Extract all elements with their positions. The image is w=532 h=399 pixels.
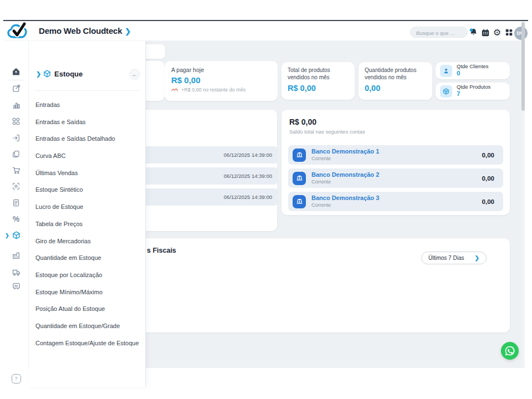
row-timestamp: 06/12/2025 14:39:00 — [224, 194, 272, 200]
hidden-card-sliver-top — [143, 44, 165, 59]
row-timestamp: 06/12/2025 14:39:00 — [224, 152, 272, 158]
user-avatar[interactable]: DW — [514, 27, 528, 40]
menu-item-quantidade-em-estoque[interactable]: Quantidade em Estoque — [35, 249, 141, 267]
scan-focus-icon[interactable] — [11, 181, 21, 191]
person-icon — [440, 65, 452, 77]
chevron-right-icon: ❯ — [125, 27, 131, 35]
card-qtd-vendidos: Quantidade produtos vendidos no mês 0,00 — [359, 62, 432, 100]
menu-item-contagem-ajuste-de-estoque[interactable]: Contagem Estoque/Ajuste de Estoque — [35, 335, 141, 352]
bank-account-type: Corrente — [311, 202, 379, 208]
apps-grid-icon[interactable] — [504, 28, 514, 37]
bank-account-type: Corrente — [311, 179, 379, 185]
menu-item-estoque-sintetico[interactable]: Estoque Sintético — [35, 181, 141, 198]
global-search[interactable] — [410, 27, 468, 38]
bank-icon — [293, 149, 306, 162]
rail-divider — [8, 80, 24, 80]
cube-icon — [440, 85, 452, 98]
whatsapp-button[interactable] — [501, 342, 519, 360]
bank-name[interactable]: Banco Demonstração 3 — [311, 195, 379, 202]
active-chevron-icon: ❯ — [5, 233, 9, 238]
page: A pagar hoje R$ 0,00 +R$ 0,00 no restant… — [0, 0, 532, 399]
card-value: 0,00 — [365, 84, 426, 93]
receipt-icon[interactable] — [11, 198, 21, 208]
gear-glyph: ⚙ — [493, 28, 501, 37]
bank-balance: 0,00 — [482, 152, 494, 158]
top-header: Demo Web Cloudteck❯ ⚙ DW — [3, 21, 525, 41]
card-title: Qtde Produtos — [457, 84, 490, 90]
estoque-cube-icon — [43, 69, 52, 78]
card-total-vendidos: Total de produtos vendidos no mês R$ 0,0… — [282, 62, 355, 100]
card-value: 0 — [457, 70, 489, 78]
menu-item-estoque-minimo-maximo[interactable]: Estoque Mínimo/Máximo — [35, 284, 141, 301]
bank-balance: 0,00 — [482, 198, 494, 205]
question-glyph: ? — [14, 376, 17, 381]
card-title: Quantidade produtos vendidos no mês — [365, 67, 420, 81]
percent-icon[interactable]: % — [11, 214, 21, 224]
bank-account-type: Corrente — [311, 156, 379, 162]
notifications-bell-icon[interactable] — [468, 28, 478, 37]
gear-icon[interactable]: ⚙ — [492, 28, 502, 37]
bank-name[interactable]: Banco Demonstração 2 — [311, 171, 379, 179]
external-link-icon[interactable] — [11, 83, 21, 93]
menu-item-curva-abc[interactable]: Curva ABC — [35, 147, 141, 165]
card-a-pagar-hoje: A pagar hoje R$ 0,00 +R$ 0,00 no restant… — [165, 61, 278, 101]
menu-item-lucro-de-estoque[interactable]: Lucro de Estoque — [35, 198, 141, 216]
bank-account-row[interactable]: Banco Demonstração 3 Corrente 0,00 — [288, 192, 503, 211]
period-filter-button[interactable]: Últimos 7 Dias ❯ — [421, 252, 487, 264]
copy-documents-icon[interactable] — [11, 149, 21, 159]
period-label: Últimos 7 Dias — [428, 255, 464, 261]
menu-items: Entradas Entradas e Saídas Entradas e Sa… — [35, 96, 141, 351]
fiscais-section-title: s Fiscais — [147, 247, 176, 254]
bank-icon — [293, 195, 306, 208]
chevron-right-icon: ❯ — [475, 255, 479, 261]
calendar-icon[interactable] — [480, 28, 490, 37]
scrollbar-thumb[interactable] — [521, 22, 525, 111]
factory-icon[interactable] — [11, 250, 21, 260]
app-window: A pagar hoje R$ 0,00 +R$ 0,00 no restant… — [3, 20, 528, 367]
menu-item-posicao-atual-do-estoque[interactable]: Posição Atual do Estoque — [35, 300, 141, 318]
card-value: 7 — [457, 90, 490, 98]
home-icon[interactable] — [11, 66, 21, 76]
modules-icon[interactable] — [11, 116, 21, 126]
panel-balance: R$ 0,00 Saldo total nas seguintes contas… — [282, 110, 510, 215]
collapse-menu-button[interactable]: ← — [129, 69, 140, 80]
card-value: R$ 0,00 — [288, 84, 349, 93]
card-value: R$ 0,00 — [171, 75, 271, 85]
row-timestamp: 06/12/2025 14:39:00 — [224, 173, 272, 179]
menu-divider — [35, 90, 140, 91]
estoque-menu-panel: ❯ Estoque ← Entradas Entradas e Saídas E… — [29, 41, 146, 387]
menu-item-giro-de-mercadorias[interactable]: Giro de Mercadorias — [35, 233, 141, 250]
cloudteck-logo — [6, 22, 29, 40]
bank-name[interactable]: Banco Demonstração 1 — [311, 148, 379, 156]
balance-subtitle: Saldo total nas seguintes contas — [289, 129, 365, 135]
bank-account-row[interactable]: Banco Demonstração 2 Corrente 0,00 — [288, 168, 503, 188]
menu-item-entradas-saidas-detalhado[interactable]: Entradas e Saídas Detalhado — [35, 130, 141, 147]
back-arrow-icon: ← — [132, 71, 138, 78]
menu-item-ultimas-vendas[interactable]: Últimas Vendas — [35, 165, 141, 182]
menu-item-entradas-saidas[interactable]: Entradas e Saídas — [35, 114, 141, 131]
menu-item-estoque-por-localizacao[interactable]: Estoque por Localização — [35, 267, 141, 284]
menu-item-entradas[interactable]: Entradas — [35, 96, 141, 114]
bank-account-row[interactable]: Banco Demonstração 1 Corrente 0,00 — [288, 145, 503, 165]
card-title: Total de produtos vendidos no mês — [288, 67, 350, 81]
estoque-cube-icon[interactable] — [11, 230, 21, 240]
vertical-scrollbar[interactable] — [521, 21, 525, 368]
menu-item-tabela-de-precos[interactable]: Tabela de Preços — [35, 216, 141, 233]
card-qtde-produtos: Qtde Produtos 7 — [436, 83, 510, 100]
shopping-cart-icon[interactable] — [11, 165, 21, 175]
login-arrow-icon[interactable] — [11, 133, 21, 143]
app-title: Demo Web Cloudteck❯ — [39, 26, 131, 35]
percent-glyph: % — [13, 214, 19, 223]
truck-icon[interactable] — [11, 267, 21, 277]
support-monitor-icon[interactable] — [11, 281, 21, 291]
menu-item-quantidade-em-estoque-grade[interactable]: Quantidade em Estoque/Grade — [35, 318, 141, 335]
menu-title: Estoque — [54, 70, 83, 78]
balance-total: R$ 0,00 — [289, 117, 316, 126]
help-icon[interactable]: ? — [11, 374, 21, 383]
whatsapp-icon — [504, 345, 515, 356]
trend-down-icon — [171, 88, 178, 92]
search-input[interactable] — [411, 28, 467, 38]
card-qtde-clientes: Qtde Clientes 0 — [436, 62, 510, 79]
sidebar-icon-rail: % ❯ ? — [3, 41, 29, 368]
bar-chart-icon[interactable] — [11, 100, 21, 110]
